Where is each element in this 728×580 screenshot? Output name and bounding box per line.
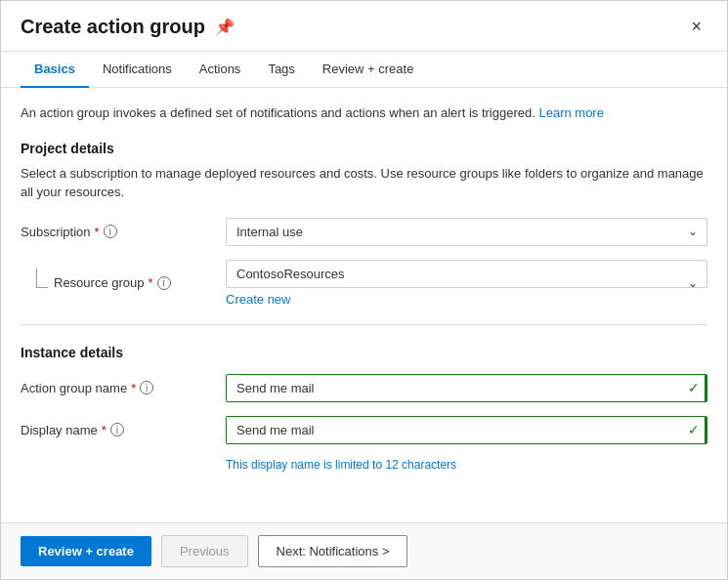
info-banner: An action group invokes a defined set of…: [21, 104, 707, 123]
subscription-select[interactable]: Internal use: [226, 218, 707, 246]
review-create-button[interactable]: Review + create: [21, 536, 151, 566]
action-group-name-valid-icon: ✓: [688, 380, 700, 395]
display-name-label: Display name * i: [21, 423, 216, 437]
action-group-name-row: Action group name * i ✓: [21, 374, 707, 402]
subscription-required: *: [95, 225, 100, 239]
instance-details-section: Instance details Action group name * i ✓…: [21, 345, 707, 472]
modal-body: An action group invokes a defined set of…: [1, 88, 727, 522]
tab-actions[interactable]: Actions: [186, 52, 255, 88]
char-limit-note: This display name is limited to 12 chara…: [226, 458, 707, 472]
display-name-required: *: [102, 423, 107, 437]
subscription-row: Subscription * i Internal use ⌄: [21, 218, 707, 246]
tab-bar: Basics Notifications Actions Tags Review…: [1, 52, 727, 88]
tab-tags[interactable]: Tags: [254, 52, 308, 88]
modal-header: Create action group 📌 ×: [1, 1, 727, 52]
display-name-control: ✓: [226, 416, 707, 444]
learn-more-link[interactable]: Learn more: [538, 105, 603, 120]
display-name-row: Display name * i ✓: [21, 416, 707, 444]
tab-notifications[interactable]: Notifications: [89, 52, 186, 88]
action-group-name-info-icon[interactable]: i: [140, 381, 153, 394]
action-group-name-required: *: [131, 381, 136, 395]
subscription-info-icon[interactable]: i: [104, 225, 117, 238]
resource-group-info-icon[interactable]: i: [157, 276, 171, 290]
project-details-title: Project details: [21, 141, 707, 156]
pin-icon[interactable]: 📌: [215, 18, 235, 36]
action-group-name-label: Action group name * i: [21, 381, 216, 395]
display-name-input[interactable]: [226, 416, 707, 444]
action-group-name-control: ✓: [226, 374, 707, 402]
previous-button: Previous: [161, 535, 248, 567]
resource-group-required: *: [149, 275, 153, 290]
section-divider: [21, 324, 707, 325]
close-button[interactable]: ×: [685, 15, 707, 39]
display-name-info-icon[interactable]: i: [110, 423, 124, 436]
next-button[interactable]: Next: Notifications >: [258, 535, 408, 567]
tree-line: [36, 269, 48, 288]
resource-group-select[interactable]: ContosoResources: [226, 260, 707, 288]
title-area: Create action group 📌: [21, 16, 235, 38]
tab-review-create[interactable]: Review + create: [309, 52, 428, 88]
resource-group-label-area: Resource group * i: [21, 275, 216, 290]
resource-group-label: Resource group * i: [54, 275, 171, 290]
project-details-desc: Select a subscription to manage deployed…: [21, 164, 707, 202]
subscription-label: Subscription * i: [21, 225, 216, 239]
tab-basics[interactable]: Basics: [21, 52, 89, 88]
modal-footer: Review + create Previous Next: Notificat…: [1, 522, 727, 579]
create-new-link[interactable]: Create new: [226, 292, 290, 307]
modal-title: Create action group: [21, 16, 205, 38]
resource-group-row: Resource group * i ContosoResources ⌄ Cr…: [21, 260, 707, 307]
subscription-control: Internal use ⌄: [226, 218, 707, 246]
action-group-name-input[interactable]: [226, 374, 707, 402]
instance-details-title: Instance details: [21, 345, 707, 360]
resource-group-control: ContosoResources ⌄ Create new: [226, 260, 707, 307]
create-action-group-modal: Create action group 📌 × Basics Notificat…: [0, 0, 728, 580]
display-name-valid-icon: ✓: [688, 422, 700, 437]
